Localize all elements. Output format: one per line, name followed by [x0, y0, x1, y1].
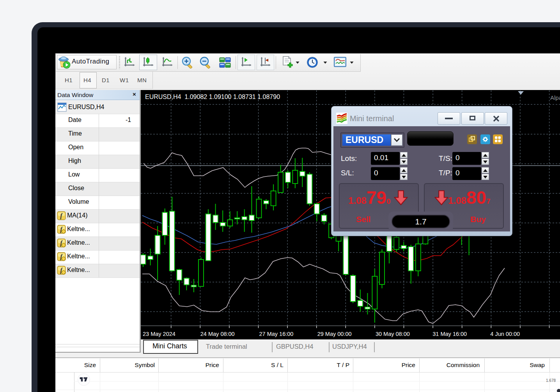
svg-text:29 May 00:00: 29 May 00:00 [317, 331, 352, 337]
svg-text:4 Jun 00:00: 4 Jun 00:00 [490, 331, 520, 337]
svg-text:Alpari: Alpari [550, 94, 560, 101]
svg-text:24 May 08:00: 24 May 08:00 [200, 331, 235, 337]
svg-text:30 May 08:00: 30 May 08:00 [376, 331, 410, 337]
svg-text:23 May 2024: 23 May 2024 [143, 331, 175, 337]
svg-text:27 May 16:00: 27 May 16:00 [259, 331, 294, 337]
svg-text:EURUSD,H4 1.09082 1.09100 1.0: EURUSD,H4 1.09082 1.09100 1.08731 1.0879… [145, 94, 280, 100]
svg-text:31 May 16:00: 31 May 16:00 [432, 331, 467, 337]
